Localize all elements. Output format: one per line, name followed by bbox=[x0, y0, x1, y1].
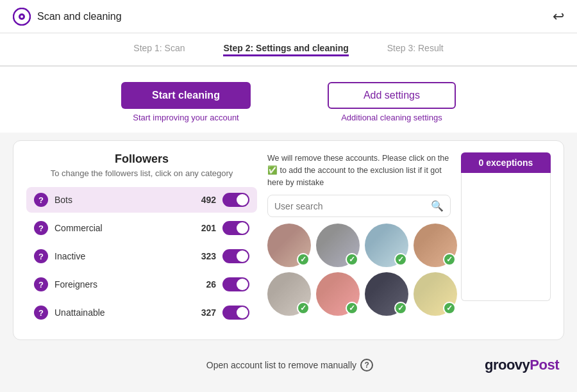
question-icon-commercial: ? bbox=[34, 221, 48, 235]
category-name-bots: Bots bbox=[54, 195, 201, 205]
exceptions-header: 0 exceptions bbox=[461, 152, 551, 173]
category-name-foreigners: Foreigners bbox=[54, 279, 206, 290]
category-bots[interactable]: ? Bots 492 bbox=[26, 187, 257, 213]
avatars-grid: ✓ ✓ ✓ ✓ bbox=[267, 224, 451, 316]
avatar-item[interactable]: ✓ bbox=[267, 224, 311, 267]
open-list-link[interactable]: Open account list to remove manually ? bbox=[206, 359, 373, 372]
toggle-bots[interactable] bbox=[222, 193, 249, 207]
check-badge[interactable]: ✓ bbox=[297, 253, 310, 266]
middle-panel: We will remove these accounts. Please cl… bbox=[267, 152, 451, 328]
svg-point-2 bbox=[21, 15, 23, 18]
check-badge[interactable]: ✓ bbox=[346, 302, 358, 314]
actions-row: Start cleaning Start improving your acco… bbox=[0, 67, 577, 133]
question-icon-unattainable: ? bbox=[34, 306, 48, 320]
step-3[interactable]: Step 3: Result bbox=[387, 43, 444, 56]
avatar-item[interactable]: ✓ bbox=[365, 224, 408, 267]
check-badge[interactable]: ✓ bbox=[443, 302, 456, 314]
category-count-bots: 492 bbox=[201, 195, 216, 205]
category-foreigners[interactable]: ? Foreigners 26 bbox=[26, 272, 257, 297]
category-count-commercial: 201 bbox=[201, 223, 216, 233]
main-content: Followers To change the followers list, … bbox=[0, 133, 577, 348]
add-subtitle: Additional cleaning settings bbox=[341, 113, 442, 122]
exceptions-body bbox=[461, 173, 551, 301]
followers-card: Followers To change the followers list, … bbox=[13, 140, 564, 340]
card-inner: Followers To change the followers list, … bbox=[26, 152, 551, 328]
check-badge[interactable]: ✓ bbox=[443, 253, 456, 266]
add-settings-block: Add settings Additional cleaning setting… bbox=[328, 82, 456, 122]
open-list-label: Open account list to remove manually bbox=[206, 360, 356, 370]
step-1[interactable]: Step 1: Scan bbox=[133, 43, 185, 56]
header-title: Scan and cleaning bbox=[37, 11, 122, 22]
right-panel: 0 exceptions bbox=[461, 152, 551, 328]
category-name-commercial: Commercial bbox=[54, 223, 201, 233]
footer: Open account list to remove manually ? g… bbox=[0, 348, 577, 377]
info-text: We will remove these accounts. Please cl… bbox=[267, 152, 451, 188]
toggle-unattainable[interactable] bbox=[222, 306, 249, 320]
avatar-item[interactable]: ✓ bbox=[316, 272, 360, 316]
header-left: Scan and cleaning bbox=[13, 8, 122, 26]
category-name-inactive: Inactive bbox=[54, 251, 201, 261]
category-name-unattainable: Unattainable bbox=[54, 307, 201, 318]
toggle-commercial[interactable] bbox=[222, 221, 249, 235]
avatar-item[interactable]: ✓ bbox=[267, 272, 311, 316]
step-2[interactable]: Step 2: Settings and cleaning bbox=[223, 43, 348, 56]
category-count-unattainable: 327 bbox=[201, 307, 216, 318]
start-cleaning-button[interactable]: Start cleaning bbox=[121, 82, 251, 109]
search-input[interactable] bbox=[274, 201, 431, 211]
brand-label: groovyPost bbox=[485, 357, 559, 373]
app-header: Scan and cleaning ↩ bbox=[0, 0, 577, 33]
category-count-inactive: 323 bbox=[201, 251, 216, 261]
check-badge[interactable]: ✓ bbox=[394, 253, 407, 266]
avatar-item[interactable]: ✓ bbox=[414, 272, 457, 316]
category-commercial[interactable]: ? Commercial 201 bbox=[26, 215, 257, 241]
check-badge[interactable]: ✓ bbox=[394, 302, 407, 314]
followers-title: Followers bbox=[26, 152, 257, 166]
footer-center: Open account list to remove manually ? bbox=[95, 359, 485, 372]
search-box[interactable]: 🔍 bbox=[267, 195, 451, 217]
question-icon-bots: ? bbox=[34, 193, 48, 207]
start-subtitle: Start improving your account bbox=[133, 113, 238, 122]
toggle-foreigners[interactable] bbox=[222, 277, 249, 291]
category-count-foreigners: 26 bbox=[206, 279, 216, 290]
back-button[interactable]: ↩ bbox=[553, 8, 564, 25]
start-cleaning-block: Start cleaning Start improving your acco… bbox=[121, 82, 251, 122]
category-inactive[interactable]: ? Inactive 323 bbox=[26, 243, 257, 269]
avatar-item[interactable]: ✓ bbox=[414, 224, 457, 267]
steps-bar: Step 1: Scan Step 2: Settings and cleani… bbox=[0, 33, 577, 67]
avatar-item[interactable]: ✓ bbox=[316, 224, 360, 267]
check-badge[interactable]: ✓ bbox=[297, 302, 310, 314]
help-icon: ? bbox=[360, 359, 373, 372]
question-icon-foreigners: ? bbox=[34, 277, 48, 291]
followers-subtitle: To change the followers list, click on a… bbox=[26, 168, 257, 178]
question-icon-inactive: ? bbox=[34, 249, 48, 263]
check-badge[interactable]: ✓ bbox=[346, 253, 358, 266]
left-panel: Followers To change the followers list, … bbox=[26, 152, 257, 328]
avatar-item[interactable]: ✓ bbox=[365, 272, 408, 316]
search-icon: 🔍 bbox=[431, 200, 444, 212]
add-settings-button[interactable]: Add settings bbox=[328, 82, 456, 109]
app-icon bbox=[13, 8, 31, 26]
category-unattainable[interactable]: ? Unattainable 327 bbox=[26, 300, 257, 325]
toggle-inactive[interactable] bbox=[222, 249, 249, 263]
